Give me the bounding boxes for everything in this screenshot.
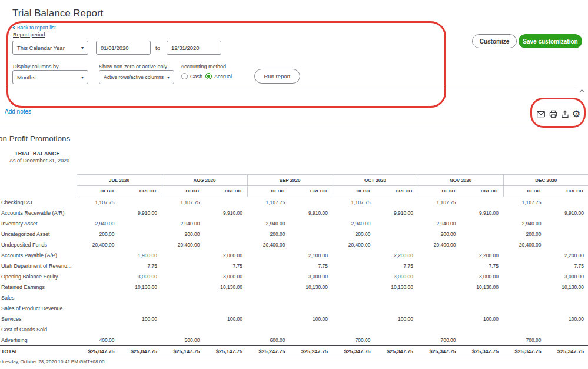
cash-radio-group[interactable]: Cash [181, 73, 202, 79]
cell-value: 9,910.00 [546, 208, 588, 218]
cell-value: 20,400.00 [77, 240, 119, 250]
date-from-input[interactable] [96, 41, 151, 55]
cell-value [461, 197, 504, 208]
cell-value [205, 218, 248, 229]
cell-value [247, 250, 290, 261]
subheader-credit: CREDIT [205, 186, 248, 197]
cell-value: 200.00 [162, 229, 205, 240]
cell-value [461, 229, 504, 240]
export-button[interactable] [560, 109, 570, 119]
cell-value: 100.00 [119, 314, 162, 324]
cell-value: 2,940.00 [503, 218, 546, 229]
print-button[interactable] [548, 109, 559, 119]
cell-value [503, 208, 546, 218]
cell-value [247, 314, 290, 324]
display-columns-dropdown[interactable]: Months ▾ [12, 70, 88, 84]
report-subtitle: As of December 31, 2020 [9, 158, 69, 164]
cell-value: 100.00 [290, 314, 333, 324]
company-name: on Profit Promotions [0, 134, 70, 143]
account-name: Retained Earnings [0, 282, 77, 292]
chevron-down-icon: ▾ [81, 75, 84, 80]
divider [0, 89, 577, 89]
subheader-credit: CREDIT [376, 186, 418, 197]
save-customization-button[interactable]: Save customization [519, 34, 582, 48]
trial-balance-report-page: Trial Balance Report Back to report list… [0, 0, 588, 369]
cell-value [546, 303, 588, 314]
cell-value [333, 250, 376, 261]
cell-value [546, 218, 588, 229]
cell-value [77, 303, 119, 314]
month-header: JUL 2020 [77, 175, 162, 186]
cell-value [77, 314, 119, 324]
cell-value [418, 271, 461, 282]
cell-value [503, 292, 546, 303]
report-period-dropdown[interactable]: This Calendar Year ▾ [12, 41, 88, 55]
table-row: Uncategorized Asset200.00200.00200.00200… [0, 229, 588, 240]
accrual-radio-group[interactable]: Accrual [205, 73, 232, 79]
cell-value: $25,347.75 [503, 346, 546, 358]
cell-value [418, 282, 461, 292]
cell-value [418, 303, 461, 314]
cell-value: 7.75 [461, 261, 504, 271]
table-row: Opening Balance Equity3,000.003,000.003,… [0, 271, 588, 282]
cell-value [247, 324, 290, 335]
cell-value [247, 261, 290, 271]
subheader-row: DEBITCREDITDEBITCREDITDEBITCREDITDEBITCR… [0, 186, 588, 197]
nonzero-dropdown[interactable]: Active rows/active columns ▾ [99, 70, 174, 84]
cell-value [376, 335, 418, 346]
run-report-button[interactable]: Run report [254, 69, 300, 84]
collapse-panel-button[interactable] [576, 85, 587, 96]
cell-value [333, 271, 376, 282]
cell-value [376, 229, 418, 240]
cell-value: 7.75 [376, 261, 418, 271]
settings-gear-button[interactable]: ⚙ [571, 108, 582, 119]
cell-value [162, 292, 205, 303]
cell-value: 1,107.75 [503, 197, 546, 208]
email-button[interactable] [536, 109, 546, 119]
cell-value: 7.75 [119, 261, 162, 271]
cell-value: 9,910.00 [376, 208, 418, 218]
chevron-left-icon [12, 25, 16, 30]
cell-value: $25,047.75 [119, 346, 162, 358]
cell-value [77, 324, 119, 335]
cell-value: 10,130.00 [205, 282, 248, 292]
cell-value [290, 303, 333, 314]
cell-value [77, 261, 119, 271]
cell-value: 10,130.00 [290, 282, 333, 292]
report-period-label: Report period [13, 32, 45, 38]
date-to-input[interactable] [167, 41, 221, 55]
accrual-radio[interactable] [205, 73, 212, 79]
cell-value [162, 282, 205, 292]
cell-value: 9,910.00 [290, 208, 333, 218]
customize-button[interactable]: Customize [472, 34, 517, 48]
trial-balance-table: JUL 2020AUG 2020SEP 2020OCT 2020NOV 2020… [0, 174, 588, 358]
cell-value [77, 292, 119, 303]
cell-value: 2,200.00 [546, 250, 588, 261]
cell-value [418, 208, 461, 218]
cell-value: 700.00 [333, 335, 376, 346]
cell-value: 3,000.00 [119, 271, 162, 282]
subheader-debit: DEBIT [247, 186, 290, 197]
cell-value: $25,347.75 [333, 346, 376, 358]
cell-value: $25,147.75 [205, 346, 248, 358]
cell-value [162, 314, 205, 324]
cell-value [162, 271, 205, 282]
cell-value: 2,000.00 [205, 250, 248, 261]
add-notes-link[interactable]: Add notes [5, 108, 31, 115]
cash-radio[interactable] [181, 73, 188, 79]
cell-value: 7.75 [290, 261, 333, 271]
table-row: Accounts Payable (A/P)1,900.002,000.002,… [0, 250, 588, 261]
account-name: Services [0, 314, 77, 324]
cell-value [162, 250, 205, 261]
cell-value [247, 303, 290, 314]
back-to-report-list-link[interactable]: Back to report list [12, 25, 56, 31]
month-header: DEC 2020 [503, 175, 588, 186]
cell-value: 2,940.00 [162, 218, 205, 229]
cell-value [333, 303, 376, 314]
cell-value [205, 292, 248, 303]
cell-value [376, 197, 418, 208]
cell-value: 9,910.00 [461, 208, 504, 218]
table-row: Checking1231,107.751,107.751,107.751,107… [0, 197, 588, 208]
cell-value [461, 292, 504, 303]
cell-value [290, 335, 333, 346]
